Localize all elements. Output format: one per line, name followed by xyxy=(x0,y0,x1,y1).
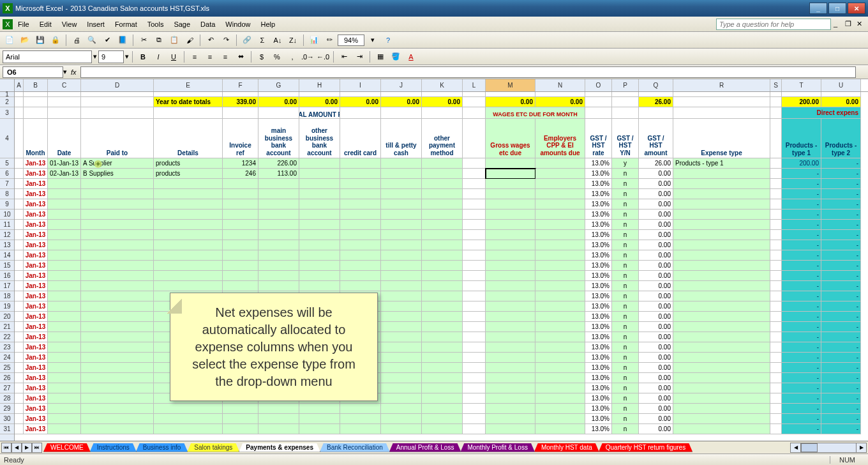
menu-view[interactable]: View xyxy=(57,19,82,30)
section-R[interactable] xyxy=(673,107,770,119)
cell-J30[interactable] xyxy=(381,414,422,424)
cell-M18[interactable] xyxy=(486,291,535,301)
cell-A16[interactable] xyxy=(15,271,24,281)
cell-S15[interactable] xyxy=(770,261,782,271)
column-header-U[interactable]: U xyxy=(821,79,861,91)
cell-D21[interactable] xyxy=(81,322,154,332)
cell-G29[interactable] xyxy=(258,404,299,414)
cell-T19[interactable]: - xyxy=(782,301,821,312)
cell-B17[interactable]: Jan-13 xyxy=(24,281,48,291)
cell-O12[interactable]: 13.0% xyxy=(585,230,612,240)
cell-R10[interactable] xyxy=(673,210,770,220)
colhdr-U[interactable]: Products - type 2 xyxy=(821,119,861,158)
cell-T12[interactable]: - xyxy=(782,230,821,240)
cell-D20[interactable] xyxy=(81,312,154,322)
cell-P24[interactable]: n xyxy=(612,353,639,363)
column-header-O[interactable]: O xyxy=(585,79,612,91)
cell-B8[interactable]: Jan-13 xyxy=(24,189,48,199)
cell-T28[interactable]: - xyxy=(782,393,821,404)
cell-L9[interactable] xyxy=(463,199,486,210)
cell-N7[interactable] xyxy=(535,179,585,189)
cell-S27[interactable] xyxy=(770,383,782,393)
cell-L19[interactable] xyxy=(463,301,486,312)
cell-L21[interactable] xyxy=(463,322,486,332)
close-button[interactable]: ✕ xyxy=(848,3,865,14)
cell-blank[interactable] xyxy=(223,92,258,97)
cell-G30[interactable] xyxy=(258,414,299,424)
ytd-N[interactable]: 0.00 xyxy=(535,97,585,107)
cell-J5[interactable] xyxy=(381,158,422,169)
section-J[interactable] xyxy=(381,107,422,119)
cell-N12[interactable] xyxy=(535,230,585,240)
cell-T31[interactable]: - xyxy=(782,424,821,434)
cell-G17[interactable] xyxy=(258,281,299,291)
drawing-icon[interactable]: ✏ xyxy=(322,33,336,47)
cell-O19[interactable]: 13.0% xyxy=(585,301,612,312)
cell-H11[interactable] xyxy=(299,220,340,230)
hyperlink-icon[interactable]: 🔗 xyxy=(240,33,254,47)
cell-P31[interactable]: n xyxy=(612,424,639,434)
cell-B19[interactable]: Jan-13 xyxy=(24,301,48,312)
cell-M30[interactable] xyxy=(486,414,535,424)
column-header-N[interactable]: N xyxy=(535,79,585,91)
section-H[interactable]: TOTAL AMOUNT PAID xyxy=(299,107,340,119)
cell-Q24[interactable]: 0.00 xyxy=(639,353,673,363)
cell-S25[interactable] xyxy=(770,363,782,373)
cell-S28[interactable] xyxy=(770,393,782,404)
colhdr-S[interactable] xyxy=(770,119,782,158)
cell-B12[interactable]: Jan-13 xyxy=(24,230,48,240)
cell-C28[interactable] xyxy=(48,393,81,404)
row-header-12[interactable]: 12 xyxy=(0,230,14,240)
cell-P18[interactable]: n xyxy=(612,291,639,301)
cell-R22[interactable] xyxy=(673,332,770,342)
cell-C19[interactable] xyxy=(48,301,81,312)
row-header-28[interactable]: 28 xyxy=(0,393,14,404)
colhdr-M[interactable]: Gross wages etc due xyxy=(486,119,535,158)
borders-icon[interactable]: ▦ xyxy=(373,50,387,64)
cell-L16[interactable] xyxy=(463,271,486,281)
tab-nav-first-icon[interactable]: ⏮ xyxy=(1,443,11,453)
ytd-S[interactable] xyxy=(770,97,782,107)
cell-H8[interactable] xyxy=(299,189,340,199)
cell-F5[interactable]: 1234 xyxy=(223,158,258,169)
cell-D17[interactable] xyxy=(81,281,154,291)
maximize-button[interactable]: □ xyxy=(828,3,846,14)
cell-M5[interactable] xyxy=(486,158,535,169)
cell-I29[interactable] xyxy=(340,404,381,414)
cell-E10[interactable] xyxy=(154,210,223,220)
cell-A8[interactable] xyxy=(15,189,24,199)
sheet-tab-monthly-hst-data[interactable]: Monthly HST data xyxy=(534,443,599,452)
cell-J22[interactable] xyxy=(381,332,422,342)
row-header-19[interactable]: 19 xyxy=(0,301,14,312)
align-center-icon[interactable]: ≡ xyxy=(203,50,217,64)
ytd-E[interactable]: Year to date totals xyxy=(154,97,223,107)
section-T[interactable]: Direct expens xyxy=(782,107,861,119)
cell-B5[interactable]: Jan-13 xyxy=(24,158,48,169)
cell-L31[interactable] xyxy=(463,424,486,434)
workbook-close-icon[interactable]: ✕ xyxy=(857,20,865,29)
horizontal-scrollbar[interactable]: ◀ ▶ xyxy=(790,443,867,453)
row-header-10[interactable]: 10 xyxy=(0,210,14,220)
cell-G5[interactable]: 226.00 xyxy=(258,158,299,169)
spreadsheet-grid[interactable]: 1234567891011121314151617181920212223242… xyxy=(0,79,868,441)
underline-icon[interactable]: U xyxy=(167,50,181,64)
cell-E13[interactable] xyxy=(154,240,223,250)
cell-C23[interactable] xyxy=(48,342,81,353)
colhdr-P[interactable]: GST / HST Y/N xyxy=(612,119,639,158)
cell-K21[interactable] xyxy=(422,322,463,332)
cell-D11[interactable] xyxy=(81,220,154,230)
ytd-O[interactable] xyxy=(585,97,612,107)
cell-T13[interactable]: - xyxy=(782,240,821,250)
row-header-23[interactable]: 23 xyxy=(0,342,14,353)
cell-N6[interactable] xyxy=(535,169,585,179)
cell-P14[interactable]: n xyxy=(612,250,639,261)
workbook-restore-icon[interactable]: ❐ xyxy=(845,20,854,29)
cell-M16[interactable] xyxy=(486,271,535,281)
bold-icon[interactable]: B xyxy=(136,50,150,64)
cell-R26[interactable] xyxy=(673,373,770,383)
cell-K27[interactable] xyxy=(422,383,463,393)
cell-K22[interactable] xyxy=(422,332,463,342)
cell-C9[interactable] xyxy=(48,199,81,210)
cell-R18[interactable] xyxy=(673,291,770,301)
row-header-3[interactable]: 3 xyxy=(0,107,14,119)
